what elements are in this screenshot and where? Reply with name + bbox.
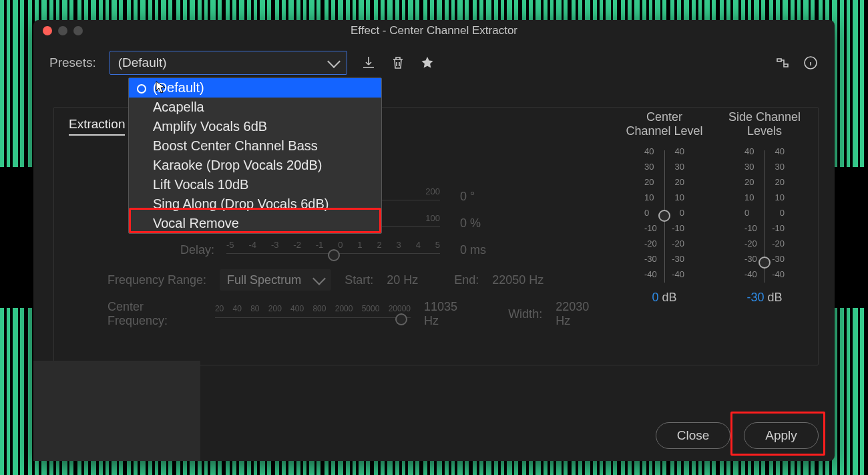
minimize-window-button[interactable] (58, 26, 67, 35)
presets-toolbar: Presets: (Default) (33, 41, 835, 79)
window-title: Effect - Center Channel Extractor (351, 24, 517, 37)
preset-option-default[interactable]: (Default) (129, 78, 381, 98)
center-freq-value[interactable]: 11035 Hz (424, 300, 473, 328)
width-label: Width: (508, 307, 542, 321)
center-freq-slider[interactable]: 2040802004008002000500020000 (215, 304, 411, 324)
side-channel-slider[interactable]: 404030302020101000-10-10-20-20-30-30-40-… (744, 146, 785, 287)
delete-preset-icon[interactable] (390, 55, 406, 71)
close-button[interactable]: Close (656, 422, 730, 449)
effect-dialog: Effect - Center Channel Extractor Preset… (33, 20, 835, 461)
center-db-value[interactable]: 0 (652, 291, 658, 304)
freq-range-label: Frequency Range: (107, 273, 206, 287)
center-channel-level-column: Center Channel Level 404030302020101000-… (618, 110, 711, 305)
delay-value[interactable]: 0 ms (440, 243, 520, 257)
cursor-icon (156, 81, 166, 94)
occluded-region (33, 361, 200, 461)
phase-value[interactable]: 0 ° (440, 190, 520, 204)
delay-slider[interactable]: -5-4-3-2-1012345 (226, 240, 440, 260)
side-title2: Levels (718, 124, 811, 138)
center-title2: Channel Level (618, 124, 711, 138)
freq-range-value: Full Spectrum (227, 273, 301, 287)
center-db-unit: dB (658, 291, 676, 304)
presets-dropdown-list: (Default) Acapella Amplify Vocals 6dB Bo… (128, 77, 382, 234)
width-value[interactable]: 22030 Hz (556, 300, 604, 328)
maximize-window-button[interactable] (73, 26, 83, 35)
info-icon[interactable] (803, 55, 819, 71)
center-channel-slider[interactable]: 404030302020101000-10-10-20-20-30-30-40-… (644, 146, 684, 287)
highlight-vocal-remove (129, 208, 381, 233)
freq-start-label: Start: (345, 273, 373, 287)
side-title1: Side Channel (718, 110, 811, 124)
delay-label: Delay: (107, 243, 226, 257)
preset-option-label: Lift Vocals 10dB (153, 177, 248, 192)
chevron-down-icon (327, 55, 341, 68)
center-freq-label: Center Frequency: (107, 300, 202, 328)
highlight-apply-button (730, 412, 825, 456)
favorite-icon[interactable] (419, 55, 435, 71)
freq-end-value[interactable]: 22050 Hz (492, 273, 544, 287)
titlebar: Effect - Center Channel Extractor (33, 20, 835, 41)
window-controls (43, 26, 83, 35)
preset-option-label: Acapella (153, 100, 204, 114)
tab-extraction[interactable]: Extraction (69, 117, 125, 136)
preset-option-label: Karaoke (Drop Vocals 20dB) (153, 158, 322, 172)
presets-dropdown[interactable]: (Default) (110, 51, 347, 75)
freq-start-value[interactable]: 20 Hz (387, 273, 418, 287)
preset-option-acapella[interactable]: Acapella (129, 98, 381, 117)
center-title1: Center (618, 110, 711, 124)
save-preset-icon[interactable] (361, 55, 377, 71)
freq-end-label: End: (454, 273, 479, 287)
chevron-down-icon (312, 272, 326, 285)
preset-option-boost-center-channel-bass[interactable]: Boost Center Channel Bass (129, 136, 381, 156)
preset-option-lift-vocals-10db[interactable]: Lift Vocals 10dB (129, 175, 381, 194)
preset-option-amplify-vocals-6db[interactable]: Amplify Vocals 6dB (129, 117, 381, 136)
presets-label: Presets: (49, 55, 96, 70)
close-button-label: Close (677, 428, 710, 443)
presets-selected-value: (Default) (118, 55, 167, 70)
tab-extraction-label: Extraction (69, 117, 125, 131)
routing-icon[interactable] (775, 55, 791, 71)
pan-value[interactable]: 0 % (440, 216, 520, 230)
freq-range-dropdown[interactable]: Full Spectrum (220, 269, 331, 291)
side-db-value[interactable]: -30 (746, 291, 764, 304)
preset-option-label: Amplify Vocals 6dB (153, 119, 267, 134)
side-db-unit: dB (764, 291, 782, 304)
close-window-button[interactable] (43, 26, 52, 35)
preset-option-label: Boost Center Channel Bass (153, 138, 318, 153)
side-channel-levels-column: Side Channel Levels 404030302020101000-1… (718, 110, 811, 305)
preset-option-karaoke-drop-vocals-20db[interactable]: Karaoke (Drop Vocals 20dB) (129, 156, 381, 175)
